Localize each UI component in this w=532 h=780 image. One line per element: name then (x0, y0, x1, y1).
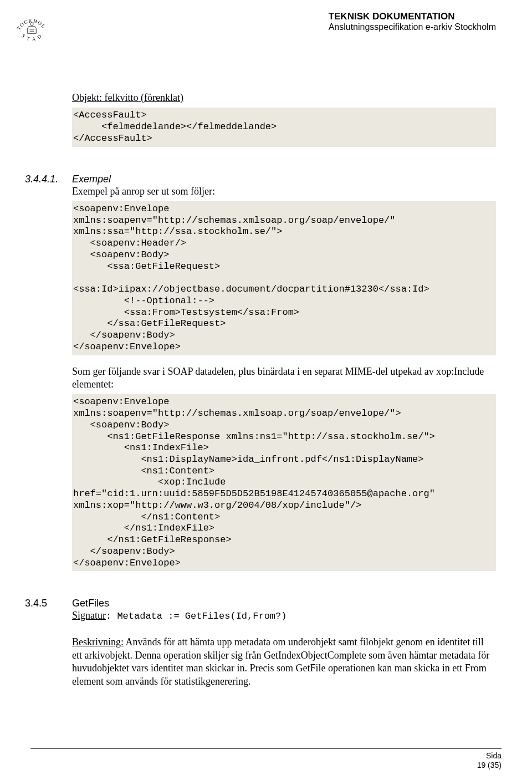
code-request: <soapenv:Envelope xmlns:soapenv="http://… (72, 201, 496, 355)
description-text: Används för att hämta upp metadata om un… (72, 636, 489, 686)
footer-page: 19 (35) (30, 761, 502, 770)
example-intro: Exempel på anrop ser ut som följer: (72, 185, 496, 198)
svg-text:· S T A D ·: · S T A D · (18, 30, 46, 42)
object-heading: Objekt: felkvitto (förenklat) (72, 91, 496, 104)
doc-title: TEKNISK DOKUMENTATION (329, 11, 496, 22)
section-title-exempel: Exempel (72, 174, 111, 185)
code-accessfault: <AccessFault> <felmeddelande></felmeddel… (72, 108, 496, 146)
header-text: TEKNISK DOKUMENTATION Anslutningsspecifi… (329, 11, 496, 47)
section-number-34441: 3.4.4.1. (25, 174, 72, 185)
svg-text:STOCKHOLM: STOCKHOLM (14, 11, 47, 31)
code-response: <soapenv:Envelope xmlns:soapenv="http://… (72, 394, 496, 571)
page-footer: Sida 19 (35) (30, 748, 502, 770)
signature-code: : Metadata := GetFiles(Id,From?) (106, 611, 287, 621)
stockholm-logo: STOCKHOLM · S T A D · (14, 11, 50, 47)
signature-label: Signatur (72, 610, 106, 621)
section-title-getfiles: GetFiles (72, 598, 109, 609)
description-label: Beskrivning: (72, 636, 124, 648)
signature-line: Signatur: Metadata := GetFiles(Id,From?) (72, 609, 496, 623)
description-paragraph: Beskrivning: Används för att hämta upp m… (72, 636, 496, 688)
footer-label: Sida (30, 751, 502, 761)
section-number-345: 3.4.5 (25, 598, 72, 609)
example-between: Som ger följande svar i SOAP datadelen, … (72, 365, 496, 391)
page-header: STOCKHOLM · S T A D · TEKNISK DOKUMENTAT… (30, 11, 502, 47)
doc-subtitle: Anslutningsspecifikation e-arkiv Stockho… (329, 22, 496, 32)
